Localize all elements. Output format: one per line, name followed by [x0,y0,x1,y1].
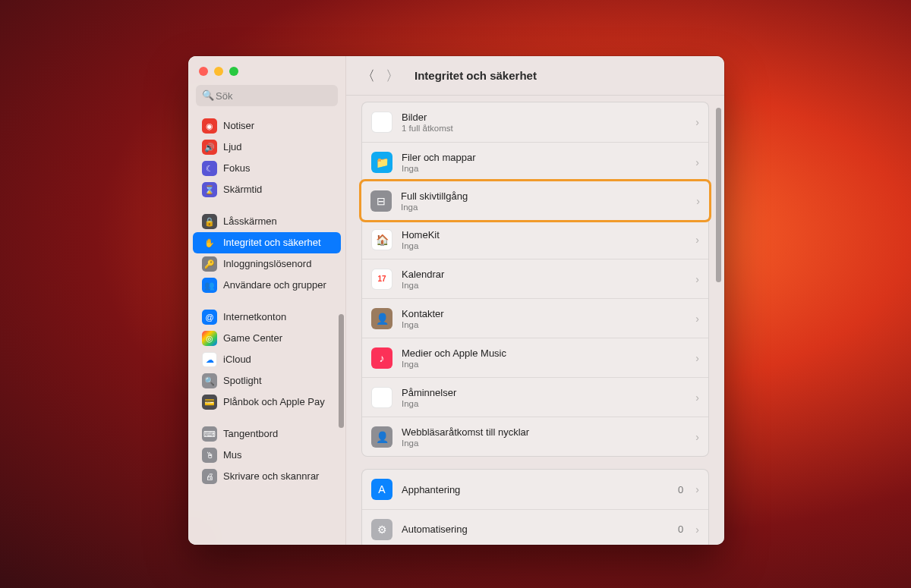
sidebar-item-skrivare-och-skannrar[interactable]: 🖨Skrivare och skannrar [193,466,341,487]
row-subtitle: Inga [402,439,686,448]
row-subtitle: Inga [402,164,686,173]
chevron-right-icon: › [695,524,699,536]
lock-icon: 🔒 [202,214,217,229]
settings-row[interactable]: ⚙Automatisering0› [362,509,708,545]
folder-icon: 📁 [371,152,392,173]
sidebar-item-label: Mus [223,450,242,461]
settings-window: 🔍 ◉Notiser🔊Ljud☾Fokus⌛Skärmtid🔒Låsskärme… [188,56,724,545]
search-wrap: 🔍 [188,82,345,112]
row-count: 0 [678,484,683,495]
sidebar-item-låsskärmen[interactable]: 🔒Låsskärmen [193,211,341,232]
row-title: Apphantering [402,484,669,495]
row-subtitle: Inga [402,281,686,290]
chevron-right-icon: › [695,116,699,128]
chevron-right-icon: › [695,273,699,285]
row-subtitle: Inga [402,399,686,408]
photos-icon: ✿ [371,112,392,133]
chevron-right-icon: › [696,195,700,207]
zoom-button[interactable] [229,67,238,76]
music-icon: ♪ [371,347,392,369]
sidebar-item-integritet-och-säkerhet[interactable]: ✋Integritet och säkerhet [193,232,341,253]
moon-icon: ☾ [202,161,217,176]
page-title: Integritet och säkerhet [415,69,537,82]
search-icon: 🔍 [202,90,214,101]
row-title: Kontakter [402,308,686,319]
sidebar-item-label: Skärmtid [223,184,262,195]
chevron-right-icon: › [695,483,699,495]
sidebar-item-ljud[interactable]: 🔊Ljud [193,137,341,158]
row-title: Medier och Apple Music [402,347,686,359]
sidebar-item-label: iCloud [223,354,251,365]
hand-icon: ✋ [202,235,217,250]
sidebar-item-icloud[interactable]: ☁iCloud [193,349,341,370]
sidebar-item-inloggningslösenord[interactable]: 🔑Inloggningslösenord [193,253,341,275]
sidebar-item-notiser[interactable]: ◉Notiser [193,115,341,137]
search-input[interactable] [196,85,338,106]
users-icon: 👥 [202,278,217,293]
back-button[interactable]: 〈 [360,68,377,84]
key-icon: 🔑 [202,256,217,272]
chevron-right-icon: › [695,352,699,364]
sidebar-item-mus[interactable]: 🖱Mus [193,445,341,466]
sidebar-item-game-center[interactable]: ◎Game Center [193,328,341,349]
row-subtitle: 1 full åtkomst [402,124,686,133]
chevron-right-icon: › [695,234,699,246]
sidebar-item-label: Internetkonton [223,312,286,322]
settings-panel: ✿Bilder1 full åtkomst›📁Filer och mapparI… [361,102,709,457]
toolbar: 〈 〉 Integritet och säkerhet [346,56,724,96]
minimize-button[interactable] [214,67,223,76]
sidebar-list[interactable]: ◉Notiser🔊Ljud☾Fokus⌛Skärmtid🔒Låsskärmen✋… [188,112,345,545]
calendar-icon: 17 [371,269,392,290]
spotlight-icon: 🔍 [202,373,217,388]
sidebar-item-label: Spotlight [223,376,262,386]
cloud-icon: ☁ [202,352,217,367]
window-controls [188,56,345,82]
row-title: Filer och mappar [402,152,686,163]
automation-icon: ⚙ [371,519,392,540]
sidebar-item-label: Skrivare och skannrar [223,471,319,482]
sidebar-item-fokus[interactable]: ☾Fokus [193,158,341,179]
sidebar-item-spotlight[interactable]: 🔍Spotlight [193,370,341,391]
row-title: Webbläsaråtkomst till nycklar [402,426,686,438]
printer-icon: 🖨 [202,469,217,484]
settings-row[interactable]: 🏠HomeKitInga› [362,219,708,259]
settings-row[interactable]: AApphantering0› [362,470,708,509]
sidebar-item-label: Notiser [223,121,254,131]
settings-row[interactable]: 17KalendrarInga› [362,259,708,298]
main-pane: 〈 〉 Integritet och säkerhet ✿Bilder1 ful… [346,56,724,545]
wallet-icon: 💳 [202,395,217,410]
contacts-icon: 👤 [371,308,392,329]
reminders-icon: ≡ [371,387,392,408]
settings-row[interactable]: ⊟Full skivtillgångInga› [361,181,709,220]
mouse-icon: 🖱 [202,448,217,463]
settings-row[interactable]: ≡PåminnelserInga› [362,377,708,417]
row-subtitle: Inga [402,241,686,250]
row-title: Påminnelser [402,387,686,398]
sidebar-item-label: Fokus [223,163,250,174]
settings-row[interactable]: ✿Bilder1 full åtkomst› [362,102,708,142]
sidebar-item-plånbok-och-apple-pay[interactable]: 💳Plånbok och Apple Pay [193,391,341,413]
forward-button[interactable]: 〉 [384,68,401,84]
disk-icon: ⊟ [370,190,392,212]
sidebar-item-label: Ljud [223,142,242,153]
webkey-icon: 👤 [371,426,392,448]
sidebar-item-skärmtid[interactable]: ⌛Skärmtid [193,179,341,200]
row-title: Automatisering [402,524,669,535]
settings-row[interactable]: 👤Webbläsaråtkomst till nycklarInga› [362,417,708,456]
gamecenter-icon: ◎ [202,331,217,346]
sidebar-item-label: Inloggningslösenord [223,259,311,269]
settings-row[interactable]: ♪Medier och Apple MusicInga› [362,338,708,377]
sidebar-item-label: Game Center [223,333,282,344]
chevron-left-icon: 〈 [361,67,375,85]
sidebar-item-användare-och-grupper[interactable]: 👥Användare och grupper [193,275,341,296]
content-scrollbar[interactable] [716,108,721,282]
content-area[interactable]: ✿Bilder1 full åtkomst›📁Filer och mapparI… [346,96,724,545]
sidebar-item-internetkonton[interactable]: @Internetkonton [193,307,341,328]
settings-row[interactable]: 👤KontakterInga› [362,298,708,338]
sidebar-item-tangentbord[interactable]: ⌨Tangentbord [193,423,341,445]
chevron-right-icon: › [695,156,699,168]
settings-row[interactable]: 📁Filer och mapparInga› [362,142,708,181]
close-button[interactable] [199,67,208,76]
sidebar-scrollbar[interactable] [339,314,344,428]
row-title: Bilder [402,112,686,123]
